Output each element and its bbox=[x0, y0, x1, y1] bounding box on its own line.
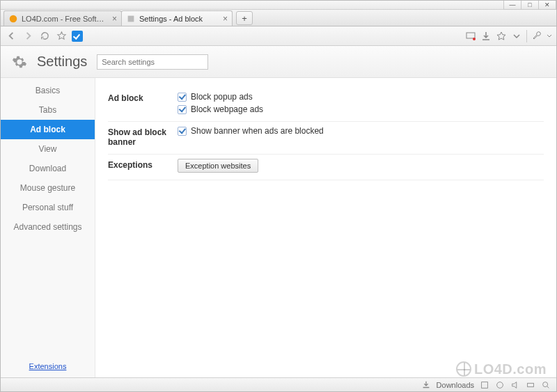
sidebar-item-mouse-gesture[interactable]: Mouse gesture bbox=[1, 178, 95, 198]
svg-rect-6 bbox=[528, 383, 534, 386]
sidebar-item-basics[interactable]: Basics bbox=[1, 81, 95, 100]
svg-point-0 bbox=[10, 15, 17, 22]
section-exceptions: Exceptions Exception websites bbox=[108, 155, 544, 180]
search-input[interactable] bbox=[97, 54, 208, 70]
download-icon[interactable] bbox=[480, 31, 492, 42]
svg-point-7 bbox=[543, 382, 548, 386]
section-banner: Show ad block banner Show banner when ad… bbox=[108, 122, 544, 155]
window-controls: — □ ✕ bbox=[504, 0, 556, 10]
favorite-button[interactable] bbox=[55, 30, 68, 42]
sidebar-item-adblock[interactable]: Ad block bbox=[1, 120, 95, 139]
svg-rect-1 bbox=[128, 15, 134, 22]
browser-toolbar bbox=[1, 26, 556, 46]
chevron-down-icon[interactable] bbox=[511, 31, 522, 42]
shield-icon[interactable] bbox=[72, 31, 83, 42]
extensions-link[interactable]: Extensions bbox=[29, 362, 67, 370]
status-icon-4[interactable] bbox=[526, 380, 535, 390]
tab-title: Settings - Ad block bbox=[139, 15, 219, 23]
section-label: Show ad block banner bbox=[108, 126, 178, 147]
checkbox-show-banner[interactable]: Show banner when ads are blocked bbox=[178, 126, 544, 136]
tab-lo4d[interactable]: LO4D.com - Free Software × bbox=[3, 10, 122, 26]
status-icon-1[interactable] bbox=[480, 380, 489, 390]
new-tab-button[interactable]: + bbox=[236, 11, 253, 25]
tab-title: LO4D.com - Free Software bbox=[22, 15, 109, 23]
exception-websites-button[interactable]: Exception websites bbox=[178, 159, 258, 173]
settings-header: Settings bbox=[1, 46, 556, 78]
menu-chevron-icon[interactable] bbox=[547, 31, 552, 42]
wrench-icon[interactable] bbox=[531, 31, 542, 42]
page-title: Settings bbox=[37, 54, 87, 70]
settings-sidebar: Basics Tabs Ad block View Download Mouse… bbox=[1, 78, 95, 377]
minimize-button[interactable]: — bbox=[503, 0, 521, 10]
mute-icon[interactable] bbox=[510, 380, 520, 390]
section-adblock: Ad block Block popup ads Block webpage a… bbox=[108, 88, 544, 122]
section-label: Ad block bbox=[108, 92, 178, 114]
titlebar: — □ ✕ bbox=[1, 1, 556, 10]
svg-point-3 bbox=[473, 38, 476, 40]
sidebar-item-advanced[interactable]: Advanced settings bbox=[1, 217, 95, 237]
section-label: Exceptions bbox=[108, 159, 178, 173]
checkbox-label: Block webpage ads bbox=[191, 104, 263, 114]
svg-rect-4 bbox=[482, 382, 488, 388]
tab-settings[interactable]: Settings - Ad block × bbox=[121, 10, 233, 26]
reload-button[interactable] bbox=[38, 30, 51, 42]
maximize-button[interactable]: □ bbox=[521, 0, 539, 10]
checkbox-block-webpage[interactable]: Block webpage ads bbox=[178, 104, 544, 114]
sidebar-item-download[interactable]: Download bbox=[1, 159, 95, 178]
extensions-link-wrap: Extensions bbox=[1, 362, 95, 370]
downloads-label[interactable]: Downloads bbox=[437, 381, 474, 389]
screen-icon[interactable] bbox=[465, 31, 476, 42]
sidebar-item-view[interactable]: View bbox=[1, 139, 95, 159]
svg-rect-2 bbox=[466, 33, 475, 38]
checkbox-icon bbox=[178, 105, 187, 114]
checkbox-icon bbox=[178, 93, 187, 102]
checkbox-label: Show banner when ads are blocked bbox=[191, 126, 324, 136]
forward-button[interactable] bbox=[22, 30, 34, 42]
svg-point-5 bbox=[497, 382, 503, 388]
sidebar-item-personal[interactable]: Personal stuff bbox=[1, 198, 95, 217]
tab-close-icon[interactable]: × bbox=[223, 14, 228, 24]
tab-strip: LO4D.com - Free Software × Settings - Ad… bbox=[1, 10, 556, 26]
toolbar-right bbox=[465, 30, 552, 42]
checkbox-block-popup[interactable]: Block popup ads bbox=[178, 92, 544, 102]
download-tray-icon[interactable] bbox=[421, 380, 431, 390]
favicon-icon bbox=[126, 14, 136, 24]
status-bar: Downloads bbox=[1, 377, 556, 391]
settings-main: Ad block Block popup ads Block webpage a… bbox=[95, 78, 556, 377]
zoom-icon[interactable] bbox=[541, 380, 551, 390]
gear-icon bbox=[12, 54, 27, 70]
checkbox-icon bbox=[178, 127, 187, 136]
back-button[interactable] bbox=[5, 30, 17, 42]
settings-body: Basics Tabs Ad block View Download Mouse… bbox=[1, 78, 556, 377]
sidebar-item-tabs[interactable]: Tabs bbox=[1, 100, 95, 120]
star-icon[interactable] bbox=[496, 31, 507, 42]
status-icon-2[interactable] bbox=[495, 380, 505, 390]
close-button[interactable]: ✕ bbox=[538, 0, 556, 10]
tab-close-icon[interactable]: × bbox=[112, 14, 117, 24]
settings-page: Settings Basics Tabs Ad block View Downl… bbox=[1, 46, 556, 377]
checkbox-label: Block popup ads bbox=[191, 92, 253, 102]
favicon-icon bbox=[8, 14, 18, 24]
